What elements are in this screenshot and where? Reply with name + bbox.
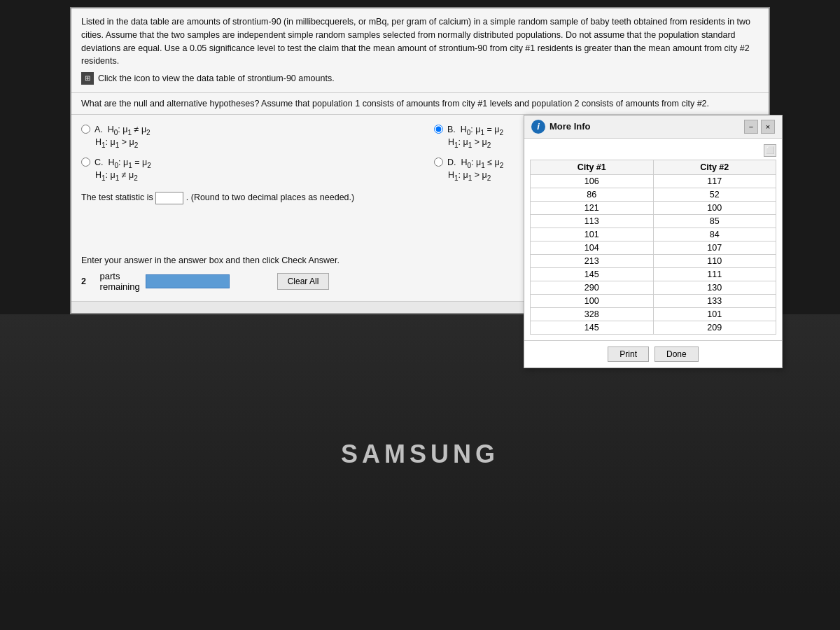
option-a-h1: H1: μ1 > μ2 [95, 137, 406, 149]
grid-icon[interactable]: ⊞ [81, 72, 94, 85]
test-statistic-note: (Round to two decimal places as needed.) [191, 192, 354, 202]
cell-city2: 117 [653, 174, 776, 188]
cell-city2: 85 [653, 214, 776, 227]
main-screen: Listed in the data table are amounts of … [70, 7, 770, 314]
option-d-label: D. H0: μ1 ≤ μ2 [447, 156, 503, 171]
cell-city2: 101 [653, 307, 776, 321]
table-row: 290130 [531, 281, 776, 294]
radio-d[interactable] [434, 158, 443, 167]
popup-controls: − × [744, 120, 775, 134]
option-c: C. H0: μ1 = μ2 H1: μ1 ≠ μ2 [81, 156, 406, 182]
table-row: 10184 [531, 227, 776, 241]
main-content: A. H0: μ1 ≠ μ2 H1: μ1 > μ2 B. H0: μ1 = μ… [71, 115, 769, 301]
table-row: 106117 [531, 174, 776, 188]
cell-city1: 145 [531, 267, 654, 281]
col-header-city2: City #2 [653, 160, 776, 174]
cell-city1: 104 [531, 241, 654, 254]
table-header-controls: ⬜ [530, 144, 776, 157]
problem-paragraph: Listed in the data table are amounts of … [81, 15, 759, 68]
cell-city1: 290 [531, 281, 654, 294]
remaining-text: remaining [100, 281, 140, 293]
cell-city1: 121 [531, 201, 654, 214]
option-c-label: C. H0: μ1 = μ2 [94, 156, 151, 171]
cell-city2: 111 [653, 267, 776, 281]
cell-city2: 130 [653, 281, 776, 294]
data-table: City #1 City #2 106117865212110011385101… [530, 160, 776, 335]
cell-city1: 101 [531, 227, 654, 241]
done-button[interactable]: Done [654, 346, 699, 362]
test-statistic-input[interactable] [155, 192, 183, 204]
cell-city2: 209 [653, 321, 776, 334]
cell-city2: 110 [653, 254, 776, 267]
more-info-popup: i More Info − × ⬜ City #1 City #2 [524, 115, 783, 368]
option-b-label: B. H0: μ1 = μ2 [447, 123, 503, 138]
samsung-logo: SAMSUNG [341, 440, 499, 469]
test-statistic-label: The test statistic is [81, 192, 153, 202]
cell-city2: 133 [653, 294, 776, 307]
cell-city1: 145 [531, 321, 654, 334]
cell-city1: 100 [531, 294, 654, 307]
cell-city1: 106 [531, 174, 654, 188]
cell-city1: 328 [531, 307, 654, 321]
table-row: 121100 [531, 201, 776, 214]
cell-city2: 52 [653, 188, 776, 201]
table-row: 8652 [531, 188, 776, 201]
clear-all-button[interactable]: Clear All [277, 273, 330, 290]
cell-city2: 84 [653, 227, 776, 241]
popup-header: i More Info − × [524, 115, 782, 139]
popup-title: More Info [550, 121, 591, 132]
col-header-city1: City #1 [531, 160, 654, 174]
table-row: 145209 [531, 321, 776, 334]
table-row: 104107 [531, 241, 776, 254]
popup-footer: Print Done [524, 340, 782, 368]
cell-city2: 107 [653, 241, 776, 254]
cell-city1: 86 [531, 188, 654, 201]
restore-icon[interactable]: ⬜ [764, 144, 776, 157]
table-row: 11385 [531, 214, 776, 227]
parts-progress-bar [146, 274, 230, 288]
print-button[interactable]: Print [608, 346, 649, 362]
minimize-button[interactable]: − [744, 120, 758, 134]
cell-city1: 213 [531, 254, 654, 267]
click-instruction: Click the icon to view the data table of… [98, 72, 335, 85]
check-answer-label: Enter your answer in the answer box and … [81, 255, 340, 265]
question-text: What are the null and alternative hypoth… [81, 99, 709, 108]
option-a-label: A. H0: μ1 ≠ μ2 [94, 123, 150, 138]
radio-c[interactable] [81, 158, 90, 167]
table-row: 328101 [531, 307, 776, 321]
parts-number: 2 [81, 276, 86, 286]
popup-body: ⬜ City #1 City #2 1061178652121100113851… [524, 139, 782, 340]
hypothesis-question: What are the null and alternative hypoth… [71, 93, 769, 115]
popup-title-row: i More Info [531, 120, 591, 134]
cell-city1: 113 [531, 214, 654, 227]
table-row: 145111 [531, 267, 776, 281]
close-button[interactable]: × [761, 120, 775, 134]
table-row: 100133 [531, 294, 776, 307]
cell-city2: 100 [653, 201, 776, 214]
radio-a[interactable] [81, 125, 90, 134]
info-icon: i [531, 120, 545, 134]
option-c-h1: H1: μ1 ≠ μ2 [95, 170, 406, 182]
table-row: 213110 [531, 254, 776, 267]
parts-text: parts [100, 271, 140, 282]
problem-text-area: Listed in the data table are amounts of … [71, 8, 769, 93]
radio-b[interactable] [434, 125, 443, 134]
option-a: A. H0: μ1 ≠ μ2 H1: μ1 > μ2 [81, 123, 406, 149]
